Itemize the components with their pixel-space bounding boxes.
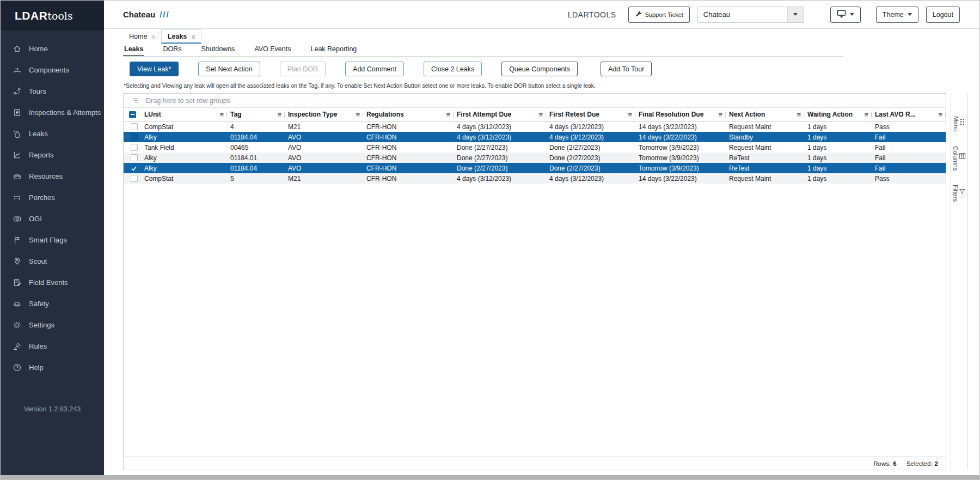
- sidebar-item-home[interactable]: Home: [1, 38, 104, 59]
- sidebar-item-safety[interactable]: Safety: [1, 293, 104, 314]
- close-leaks-button[interactable]: Close 2 Leaks: [424, 62, 482, 76]
- column-menu-icon[interactable]: ≡: [538, 111, 543, 119]
- table-row[interactable]: CompStat5M21CFR-HON4 days (3/12/2023)4 d…: [124, 173, 946, 184]
- plan-dor-button[interactable]: Plan DOR: [280, 62, 326, 76]
- column-menu-icon[interactable]: ≡: [628, 111, 632, 119]
- sidebar-item-resources[interactable]: Resources: [1, 166, 104, 187]
- column-header-last-avo-result[interactable]: Last AVO R...≡: [872, 108, 946, 121]
- logout-button[interactable]: Logout: [926, 7, 960, 23]
- row-checkbox-checked[interactable]: [131, 165, 138, 172]
- sidebar-item-field-events[interactable]: Field Events: [1, 272, 104, 293]
- row-checkbox[interactable]: [131, 133, 138, 141]
- sidebar-item-reports[interactable]: Reports: [1, 144, 104, 166]
- column-menu-icon[interactable]: ≡: [219, 111, 224, 119]
- close-tab-icon[interactable]: x: [192, 33, 195, 40]
- map-pin-icon: [12, 257, 22, 266]
- sidebar-item-label: Safety: [29, 300, 49, 308]
- column-menu-icon[interactable]: ≡: [356, 111, 360, 119]
- sidebar-item-rules[interactable]: Rules: [1, 336, 104, 357]
- queue-components-button[interactable]: Queue Components: [501, 62, 578, 76]
- sidebar-item-help[interactable]: Help: [1, 357, 104, 378]
- view-leak-button[interactable]: View Leak*: [130, 62, 179, 76]
- row-checkbox[interactable]: [131, 175, 138, 182]
- column-header-first-attempt-due[interactable]: First Attempt Due≡: [454, 108, 546, 121]
- sidebar-item-leaks[interactable]: Leaks: [1, 123, 104, 144]
- main-content: Chateau/// LDARTOOLS Support Ticket Chat…: [104, 1, 980, 476]
- subtab-leaks[interactable]: Leaks: [123, 44, 144, 56]
- table-row[interactable]: CompStat4M21CFR-HON4 days (3/12/2023)4 d…: [124, 121, 946, 132]
- close-tab-icon[interactable]: x: [152, 33, 155, 40]
- panel-tab-columns[interactable]: Columns: [952, 146, 966, 171]
- sidebar-item-settings[interactable]: Settings: [1, 314, 104, 336]
- table-row-selected[interactable]: Alky01184.04AVOCFR-HON4 days (3/12/2023)…: [124, 132, 946, 142]
- sidebar-item-label: Tours: [29, 87, 46, 95]
- flag-icon: [12, 235, 22, 245]
- row-checkbox[interactable]: [131, 144, 138, 151]
- site-selector-arrow[interactable]: [787, 7, 804, 22]
- site-selector[interactable]: Chateau: [697, 7, 804, 23]
- column-menu-icon[interactable]: ≡: [718, 111, 722, 119]
- tab-home[interactable]: Home x: [123, 29, 161, 44]
- subtab-dors[interactable]: DORs: [162, 44, 182, 56]
- column-header-next-action[interactable]: Next Action≡: [726, 108, 804, 121]
- row-checkbox[interactable]: [131, 154, 138, 161]
- add-comment-button[interactable]: Add Comment: [345, 62, 404, 76]
- sidebar-item-scout[interactable]: Scout: [1, 251, 104, 272]
- select-all-checkbox[interactable]: [129, 111, 136, 118]
- valve-icon: [12, 65, 22, 75]
- table-row-selected[interactable]: Alky01184.04AVOCFR-HONDone (2/27/2023)Do…: [124, 163, 946, 173]
- panel-tab-label: Menu: [953, 116, 959, 132]
- rows-count-label: Rows:: [873, 460, 891, 467]
- app-logo[interactable]: LDARtools: [1, 1, 104, 31]
- columns-icon: [959, 153, 966, 160]
- column-menu-icon[interactable]: ≡: [797, 111, 801, 119]
- column-header-regulations[interactable]: Regulations≡: [363, 108, 454, 121]
- sidebar-item-ogi[interactable]: OGI: [1, 208, 104, 229]
- column-menu-icon[interactable]: ≡: [938, 111, 942, 119]
- column-resize-handle[interactable]: [945, 112, 946, 118]
- sidebar-item-label: Resources: [29, 172, 63, 180]
- support-ticket-button[interactable]: Support Ticket: [628, 7, 690, 23]
- row-checkbox[interactable]: [131, 123, 138, 130]
- column-header-waiting-action[interactable]: Waiting Action≡: [804, 108, 872, 121]
- subtab-leak-reporting[interactable]: Leak Reporting: [310, 44, 358, 56]
- display-menu-button[interactable]: [830, 7, 861, 23]
- column-header-tag[interactable]: Tag≡: [227, 108, 285, 121]
- sidebar-item-tours[interactable]: Tours: [1, 81, 104, 102]
- logo-text-light: tools: [47, 10, 72, 22]
- row-group-hint: Drag here to set row groups: [146, 97, 230, 105]
- column-header-first-retest-due[interactable]: First Retest Due≡: [546, 108, 635, 121]
- wrench-icon: [635, 10, 645, 19]
- panel-tab-label: Columns: [952, 146, 959, 171]
- route-icon: [12, 87, 22, 96]
- select-all-cell[interactable]: [124, 108, 141, 121]
- set-next-action-button[interactable]: Set Next Action: [198, 62, 260, 76]
- sidebar-item-inspections[interactable]: Inspections & Attempts: [1, 102, 104, 123]
- sidebar-item-label: Settings: [29, 321, 54, 329]
- sidebar-item-components[interactable]: Components: [1, 59, 104, 81]
- grid-status-bar: Rows:6 Selected:2: [124, 457, 946, 470]
- toolbox-icon: [12, 172, 22, 181]
- add-to-tour-button[interactable]: Add To Tour: [601, 62, 652, 76]
- subtab-avo-events[interactable]: AVO Events: [253, 44, 292, 56]
- column-menu-icon[interactable]: ≡: [864, 111, 868, 119]
- column-menu-icon[interactable]: ≡: [446, 111, 450, 119]
- grid-tool-panel: Menu Columns Filters: [951, 93, 967, 470]
- table-row[interactable]: Tank Field00465AVOCFR-HONDone (2/27/2023…: [124, 142, 946, 153]
- subtab-shutdowns[interactable]: Shutdowns: [200, 44, 236, 56]
- column-header-inspection-type[interactable]: Inspection Type≡: [285, 108, 363, 121]
- panel-tab-filters[interactable]: Filters: [952, 185, 966, 202]
- table-row[interactable]: Alky01184.01AVOCFR-HONDone (2/27/2023)Do…: [124, 153, 946, 163]
- sidebar-item-label: Leaks: [29, 130, 48, 138]
- page-title: Chateau///: [104, 10, 170, 19]
- theme-button[interactable]: Theme: [876, 7, 918, 23]
- sidebar-item-porches[interactable]: Porches: [1, 187, 104, 208]
- panel-tab-menu[interactable]: Menu: [953, 116, 966, 132]
- column-header-final-resolution-due[interactable]: Final Resolution Due≡: [635, 108, 726, 121]
- row-group-bar[interactable]: Drag here to set row groups: [124, 94, 946, 108]
- column-header-lunit[interactable]: LUnit≡: [141, 108, 227, 121]
- column-menu-icon[interactable]: ≡: [277, 111, 281, 119]
- question-icon: [12, 363, 22, 373]
- sidebar-item-smart-flags[interactable]: Smart Flags: [1, 229, 104, 251]
- tab-leaks[interactable]: Leaks x: [161, 29, 202, 44]
